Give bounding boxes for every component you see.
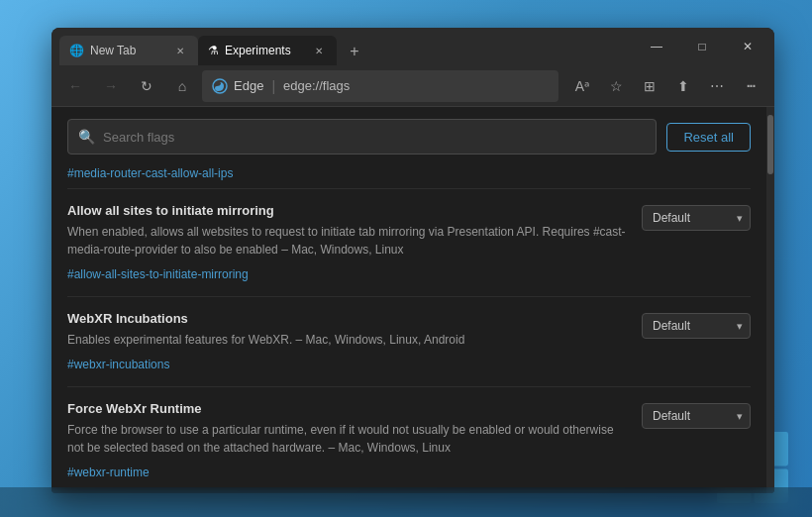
more-tools-icon[interactable]: ⋯ [701, 70, 733, 102]
back-button[interactable]: ← [59, 70, 91, 102]
select-wrap-allow-mirroring[interactable]: Default Enabled Disabled [642, 205, 751, 231]
tab-group: 🌐 New Tab ✕ ⚗ Experiments ✕ + [59, 28, 634, 65]
flag-link-force-webxr-runtime[interactable]: #webxr-runtime [67, 465, 150, 479]
content-area: 🔍 Reset all #media-router-cast-allow-all… [51, 107, 774, 493]
flag-desc-force-webxr-runtime: Force the browser to use a particular ru… [67, 421, 632, 457]
share-icon[interactable]: ⬆ [667, 70, 699, 102]
tab-newtab[interactable]: 🌐 New Tab ✕ [59, 36, 198, 65]
minimize-button[interactable]: — [634, 28, 679, 65]
tab-favicon-newtab: 🌐 [69, 44, 84, 57]
home-button[interactable]: ⌂ [166, 70, 198, 102]
flag-select-force-webxr-runtime[interactable]: Default Enabled Disabled [642, 403, 751, 429]
flag-item-allow-mirroring: Allow all sites to initiate mirroring Wh… [67, 188, 751, 296]
flag-control-allow-mirroring[interactable]: Default Enabled Disabled [642, 205, 751, 231]
select-wrap-force-webxr-runtime[interactable]: Default Enabled Disabled [642, 403, 751, 429]
tab-title-newtab: New Tab [90, 44, 166, 57]
browser-name-label: Edge [234, 78, 263, 93]
reload-button[interactable]: ↻ [131, 70, 162, 102]
flag-link-webxr-incubations[interactable]: #webxr-incubations [67, 358, 169, 371]
new-tab-button[interactable]: + [341, 38, 368, 65]
flag-link-allow-mirroring[interactable]: #allow-all-sites-to-initiate-mirroring [67, 267, 249, 281]
address-bar[interactable]: Edge | edge://flags [202, 70, 558, 102]
flag-item-webxr-incubations: WebXR Incubations Enables experimental f… [67, 296, 751, 386]
flag-select-webxr-incubations[interactable]: Default Enabled Disabled [642, 313, 751, 339]
toolbar-icons: Aᵃ ☆ ⊞ ⬆ ⋯ ··· [566, 70, 766, 102]
browser-window: 🌐 New Tab ✕ ⚗ Experiments ✕ + — □ ✕ ← → … [51, 28, 774, 493]
flag-desc-allow-mirroring: When enabled, allows all websites to req… [67, 223, 632, 258]
windows-taskbar [0, 487, 812, 517]
flag-control-force-webxr-runtime[interactable]: Default Enabled Disabled [642, 403, 751, 429]
forward-button[interactable]: → [95, 70, 127, 102]
flag-title-allow-mirroring: Allow all sites to initiate mirroring [67, 203, 632, 218]
flag-item-force-webxr-runtime: Force WebXr Runtime Force the browser to… [67, 386, 751, 493]
tab-experiments[interactable]: ⚗ Experiments ✕ [198, 36, 337, 65]
tab-close-experiments[interactable]: ✕ [311, 43, 327, 58]
search-bar-row: 🔍 Reset all [51, 107, 766, 162]
address-separator: | [271, 78, 275, 94]
tab-title-experiments: Experiments [225, 44, 305, 57]
flag-select-allow-mirroring[interactable]: Default Enabled Disabled [642, 205, 751, 231]
search-icon: 🔍 [78, 129, 95, 145]
scrollbar-thumb[interactable] [767, 115, 773, 174]
search-input-wrap[interactable]: 🔍 [67, 119, 657, 155]
collections-icon[interactable]: ⊞ [634, 70, 665, 102]
maximize-button[interactable]: □ [679, 28, 725, 65]
window-controls: — □ ✕ [634, 28, 774, 65]
tab-close-newtab[interactable]: ✕ [172, 43, 188, 58]
favorites-icon[interactable]: ☆ [600, 70, 632, 102]
edge-logo-icon [212, 78, 228, 94]
scrollbar-track[interactable] [766, 107, 774, 493]
flags-list: #media-router-cast-allow-all-ips Allow a… [51, 162, 766, 493]
flag-info-force-webxr-runtime: Force WebXr Runtime Force the browser to… [67, 401, 632, 480]
address-bar-row: ← → ↻ ⌂ Edge | edge://flags Aᵃ ☆ ⊞ ⬆ ⋯ ·… [51, 65, 774, 107]
url-display: edge://flags [283, 78, 350, 93]
flag-title-force-webxr-runtime: Force WebXr Runtime [67, 401, 632, 416]
flag-title-webxr-incubations: WebXR Incubations [67, 311, 632, 326]
flag-info-webxr-incubations: WebXR Incubations Enables experimental f… [67, 311, 632, 372]
close-button[interactable]: ✕ [725, 28, 770, 65]
reader-view-icon[interactable]: Aᵃ [566, 70, 598, 102]
select-wrap-webxr-incubations[interactable]: Default Enabled Disabled [642, 313, 751, 339]
flags-page: 🔍 Reset all #media-router-cast-allow-all… [51, 107, 766, 493]
tab-favicon-experiments: ⚗ [208, 44, 219, 57]
search-input[interactable] [103, 130, 646, 145]
flag-control-webxr-incubations[interactable]: Default Enabled Disabled [642, 313, 751, 339]
reset-all-button[interactable]: Reset all [666, 123, 751, 152]
more-button[interactable]: ··· [735, 70, 766, 102]
flag-desc-webxr-incubations: Enables experimental features for WebXR.… [67, 331, 632, 349]
title-bar: 🌐 New Tab ✕ ⚗ Experiments ✕ + — □ ✕ [51, 28, 774, 65]
top-flag-link[interactable]: #media-router-cast-allow-all-ips [67, 162, 751, 180]
flag-info-allow-mirroring: Allow all sites to initiate mirroring Wh… [67, 203, 632, 282]
